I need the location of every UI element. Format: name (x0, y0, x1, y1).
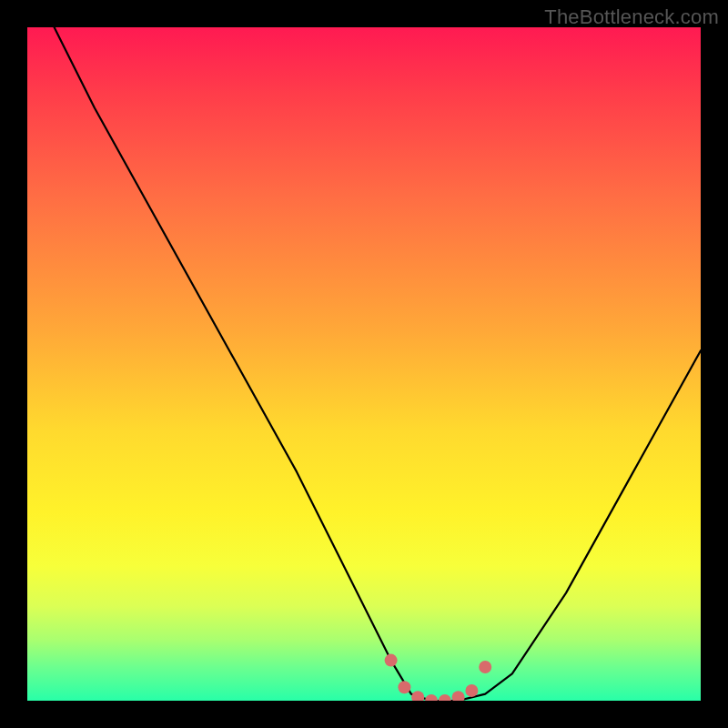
highlight-dot (411, 691, 424, 701)
watermark-text: TheBottleneck.com (544, 5, 719, 29)
plot-area (27, 27, 701, 701)
highlight-dot (425, 694, 438, 701)
curve-layer (27, 27, 701, 701)
bottleneck-curve (55, 27, 701, 701)
chart-frame: TheBottleneck.com (0, 0, 728, 728)
highlight-dot (479, 661, 491, 673)
highlight-dot (398, 681, 410, 693)
highlight-dot (465, 684, 478, 697)
highlight-dot (439, 694, 451, 701)
highlight-dot (385, 654, 398, 667)
highlight-dot (452, 691, 465, 701)
